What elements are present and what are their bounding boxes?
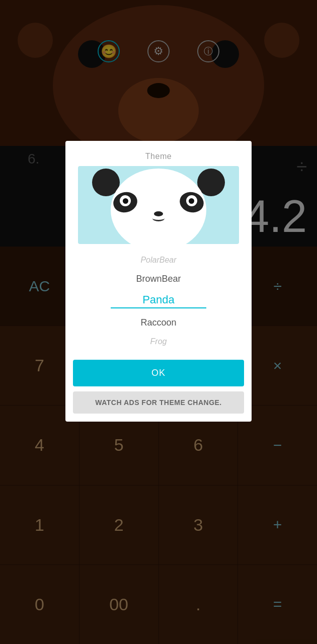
theme-item-frog[interactable]: Frog	[65, 333, 252, 351]
theme-item-brownbear[interactable]: BrownBear	[65, 269, 252, 289]
panda-pupil-right	[189, 198, 194, 204]
theme-modal: Theme PolarBearBrownBearPandaRaccoonFrog…	[65, 141, 252, 422]
watch-ads-button[interactable]: WATCH ADS FOR THEME CHANGE.	[73, 391, 244, 414]
theme-item-polarbear[interactable]: PolarBear	[65, 251, 252, 269]
theme-item-panda[interactable]: Panda	[65, 289, 252, 313]
panda-pupil-left	[123, 198, 128, 204]
theme-item-raccoon[interactable]: Raccoon	[65, 313, 252, 333]
panda-mouth	[152, 215, 165, 221]
modal-title: Theme	[65, 141, 252, 166]
ok-button[interactable]: OK	[73, 360, 244, 386]
theme-list: PolarBearBrownBearPandaRaccoonFrog	[65, 248, 252, 354]
panda-preview	[78, 166, 239, 244]
